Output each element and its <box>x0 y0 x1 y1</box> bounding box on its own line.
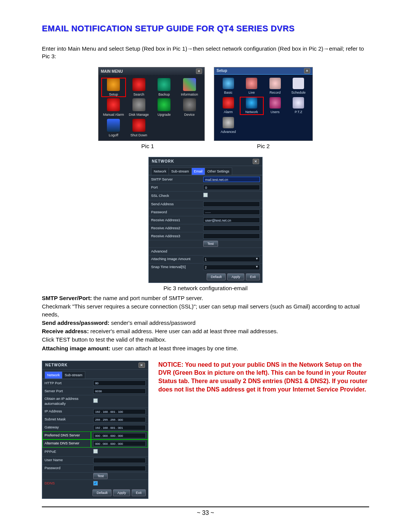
button-default[interactable]: Default <box>207 273 226 280</box>
device-icon <box>183 98 196 111</box>
menu-item-backup[interactable]: Backup <box>152 78 176 97</box>
close-icon[interactable]: ✕ <box>304 68 310 73</box>
menu-item-upgrade[interactable]: Upgrade <box>152 98 176 117</box>
input[interactable] <box>93 466 146 471</box>
ptz-icon <box>293 97 304 109</box>
checkbox[interactable] <box>93 398 98 403</box>
label-smtp: SMTP Server <box>149 176 201 184</box>
menu-item-setup[interactable]: Setup <box>102 78 126 97</box>
label: IP Address <box>42 407 91 415</box>
label-advanced: Advanced <box>149 248 262 255</box>
caption-pic1: Pic 1 <box>94 142 201 150</box>
shutdown-icon <box>132 119 145 132</box>
label-recv1: Receive Address1 <box>149 216 201 224</box>
body-text: SMTP Server/Port: the name and port numb… <box>42 294 369 352</box>
label-recv3: Receive Address3 <box>149 232 201 240</box>
button-apply[interactable]: Apply <box>227 273 244 280</box>
setup-item-ptz[interactable]: P.T.Z <box>287 97 311 114</box>
upgrade-icon <box>158 98 170 111</box>
input-send[interactable] <box>203 201 260 207</box>
label <box>42 472 91 480</box>
label: Password <box>42 464 91 472</box>
input-password[interactable]: ······ <box>203 209 260 215</box>
menu-item-device[interactable]: Device <box>178 98 202 117</box>
info-icon <box>183 78 196 91</box>
advanced-icon <box>223 117 234 128</box>
checkbox-ssl[interactable] <box>203 193 208 197</box>
network-icon <box>246 97 257 109</box>
dialog-title: NETWORK <box>152 159 174 164</box>
pic1-title: MAIN MENU <box>101 69 123 74</box>
users-icon <box>269 97 281 109</box>
tab-network[interactable]: Network <box>45 371 62 379</box>
checkbox[interactable] <box>93 449 98 454</box>
button-exit[interactable]: Exit <box>246 273 260 280</box>
setup-item-live[interactable]: Live <box>240 78 264 95</box>
basic-icon <box>223 78 234 89</box>
setup-item-schedule[interactable]: Schedule <box>287 78 311 95</box>
setup-item-users[interactable]: Users <box>263 97 287 114</box>
setup-item-advanced[interactable]: Advanced <box>217 117 240 134</box>
input[interactable]: 192 . 168 . 001 . 001 <box>93 425 146 430</box>
notice-text: NOTICE: You need to put your public DNS … <box>158 361 369 393</box>
label: Server Port <box>42 387 91 395</box>
setup-item-alarm[interactable]: Alarm <box>217 97 240 114</box>
close-icon[interactable]: ✕ <box>139 363 145 368</box>
label-ssl: SSL Check <box>149 192 201 200</box>
input[interactable]: 192 . 168 . 001 . 100 <box>93 409 146 414</box>
button-default[interactable]: Default <box>92 489 112 496</box>
menu-item-disk-manage[interactable]: Disk Manage <box>127 98 151 117</box>
setup-item-network[interactable]: Network <box>240 97 264 114</box>
setup-item-basic[interactable]: Basic <box>217 78 240 95</box>
input-recv2[interactable] <box>203 225 260 231</box>
menu-item-manual-alarm[interactable]: Manual Alarm <box>102 98 126 117</box>
setup-item-record[interactable]: Record <box>263 78 287 95</box>
menu-item-search[interactable]: Search <box>127 78 151 97</box>
input-recv3[interactable] <box>203 233 260 239</box>
input[interactable]: 000 . 000 . 000 . 000 <box>93 433 146 438</box>
search-icon <box>132 78 145 91</box>
dialog-network-settings: NETWORK✕ Network Sub-stream HTTP Port80S… <box>42 361 148 499</box>
label: HTTP Port <box>42 379 91 387</box>
caption-pic3: Pic 3 network configuration-email <box>42 284 369 292</box>
menu-item-information[interactable]: Information <box>178 78 202 97</box>
input-smtp[interactable]: mail.test.net.cn <box>203 177 260 182</box>
caption-pic2: Pic 2 <box>210 142 317 150</box>
select-snap[interactable]: 2▼ <box>203 265 260 270</box>
dialog-network-email: NETWORK✕ Network Sub-stream Email Other … <box>148 157 263 283</box>
tab-network[interactable]: Network <box>151 168 169 175</box>
label-attach: Attaching Image Amount <box>149 255 201 263</box>
input[interactable]: 80 <box>93 380 146 386</box>
tab-substream[interactable]: Sub-stream <box>62 371 85 379</box>
input[interactable]: 6036 <box>93 388 146 394</box>
input-recv1[interactable]: user@test.net.cn <box>203 217 260 223</box>
input[interactable]: 000 . 000 . 000 . 000 <box>93 441 146 446</box>
button-test[interactable]: Test <box>93 473 108 479</box>
button-test[interactable]: Test <box>203 241 218 247</box>
tab-email[interactable]: Email <box>191 168 206 175</box>
label: User Name <box>42 456 91 464</box>
pic2-title: Setup <box>217 68 227 73</box>
figure-pic1: MAIN MENU✕ Setup Search Backup Informati… <box>98 67 205 141</box>
tab-substream[interactable]: Sub-stream <box>169 168 192 175</box>
checkbox[interactable]: ✓ <box>93 481 98 486</box>
label: Obtain an IP address automatically <box>42 395 91 408</box>
menu-item-shutdown[interactable]: Shut Down <box>127 119 151 137</box>
intro-text: Enter into Main Menu and select Setup (R… <box>42 45 369 61</box>
disk-icon <box>132 98 145 111</box>
label-snap: Snap Time Interval[S] <box>149 263 201 271</box>
chevron-down-icon: ▼ <box>255 257 258 261</box>
menu-item-logoff[interactable]: Logoff <box>102 119 126 137</box>
page-title: EMAIL NOTIFICATION SETUP GUIDE FOR QT4 S… <box>42 23 369 34</box>
button-apply[interactable]: Apply <box>113 489 130 496</box>
tab-other[interactable]: Other Settings <box>205 168 232 175</box>
input[interactable]: 255 . 255 . 255 . 000 <box>93 417 146 422</box>
close-icon[interactable]: ✕ <box>196 69 202 74</box>
label: Preferred DNS Server <box>42 431 91 439</box>
input-port[interactable]: 0 <box>203 185 260 190</box>
chevron-down-icon: ▼ <box>255 265 258 269</box>
select-attach[interactable]: 1▼ <box>203 257 260 262</box>
input[interactable] <box>93 458 146 463</box>
close-icon[interactable]: ✕ <box>253 159 259 164</box>
button-exit[interactable]: Exit <box>132 489 146 496</box>
